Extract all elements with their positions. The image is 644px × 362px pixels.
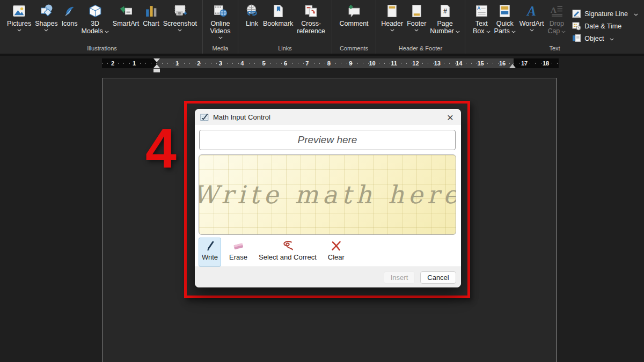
right-indent-marker[interactable] bbox=[509, 64, 516, 68]
ribbon-button-label: SmartArt bbox=[113, 20, 139, 27]
chevron-down-icon bbox=[44, 28, 48, 32]
ribbon-group-illustrations: PicturesShapesIcons3DModelsSmartArtChart… bbox=[2, 0, 203, 54]
ribbon-group-label: Comments bbox=[332, 45, 376, 54]
ribbon-button-smartart[interactable]: SmartArt bbox=[111, 4, 141, 27]
chevron-down-icon bbox=[456, 27, 460, 35]
ribbon-button-label: Header bbox=[381, 20, 403, 27]
3d-models-icon bbox=[88, 4, 103, 18]
ribbon-button-online-videos[interactable]: OnlineVideos bbox=[209, 4, 232, 40]
tool-button-clear[interactable]: Clear bbox=[325, 238, 348, 267]
tool-button-select-and-correct[interactable]: Select and Correct bbox=[255, 238, 320, 267]
ribbon-button-3d-models[interactable]: 3DModels bbox=[80, 4, 111, 35]
ribbon-button-date-time[interactable]: Date & Time bbox=[572, 21, 638, 31]
ribbon-group-label: Illustrations bbox=[2, 45, 202, 54]
ribbon-button-label: Object bbox=[584, 35, 604, 42]
ruler-number: 18 bbox=[543, 60, 549, 67]
ribbon-button-label: Date & Time bbox=[584, 23, 621, 30]
insert-button[interactable]: Insert bbox=[384, 271, 415, 284]
ribbon-button-label: Parts bbox=[494, 27, 516, 35]
quick-parts-icon bbox=[497, 4, 512, 18]
close-icon[interactable]: × bbox=[443, 110, 457, 123]
page-number-icon: # bbox=[438, 4, 452, 18]
ribbon-button-label: Drop bbox=[550, 20, 564, 27]
chart-icon bbox=[144, 4, 158, 18]
ribbon-group-header-footer: HeaderFooter#PageNumberHeader & Footer bbox=[376, 0, 465, 54]
ruler-number: 12 bbox=[412, 60, 419, 67]
tool-button-erase[interactable]: Erase bbox=[226, 238, 251, 267]
math-writing-area[interactable]: Write math here bbox=[199, 154, 456, 235]
ribbon-button-object[interactable]: Object bbox=[572, 34, 638, 43]
ruler-number: 3 bbox=[219, 60, 222, 67]
ribbon-button-label: Chart bbox=[143, 20, 159, 27]
ribbon-button-label: Videos bbox=[210, 27, 231, 35]
ribbon-button-cross-reference[interactable]: Cross-reference bbox=[295, 4, 327, 35]
ribbon-stack: Signature LineDate & TimeObject bbox=[572, 4, 638, 43]
tool-button-label: Erase bbox=[229, 253, 247, 261]
shapes-icon bbox=[39, 4, 54, 18]
ruler-number: 2 bbox=[111, 60, 114, 67]
online-videos-icon bbox=[213, 4, 228, 18]
ribbon-button-label: Signature Line bbox=[584, 10, 628, 18]
ribbon-group-label: Media bbox=[203, 45, 238, 54]
ruler-active-area: 12345678910111213141516 bbox=[157, 58, 514, 68]
cancel-button[interactable]: Cancel bbox=[420, 271, 456, 284]
chevron-down-icon bbox=[486, 27, 491, 35]
comment-icon bbox=[347, 4, 361, 18]
ribbon-button-header[interactable]: Header bbox=[379, 4, 405, 32]
ruler-number: 10 bbox=[369, 60, 375, 67]
ribbon-button-footer[interactable]: Footer bbox=[405, 4, 428, 32]
ribbon-group-comments: CommentComments bbox=[332, 0, 376, 54]
ribbon-button-label: Cap bbox=[547, 27, 566, 35]
header-icon bbox=[385, 4, 399, 18]
left-indent-marker[interactable] bbox=[153, 69, 160, 72]
math-input-icon bbox=[200, 113, 209, 121]
hanging-indent-marker[interactable] bbox=[153, 64, 160, 68]
ruler-right-margin: 1718 bbox=[514, 58, 559, 68]
icons-icon bbox=[62, 4, 77, 18]
ribbon-group-text: ATextBoxQuickPartsAWordArtADropCapSignat… bbox=[465, 0, 644, 54]
clear-x-icon bbox=[330, 240, 342, 252]
chevron-down-icon bbox=[561, 27, 566, 35]
ribbon-button-label: Models bbox=[82, 27, 109, 35]
ribbon-button-label: Number bbox=[430, 27, 459, 35]
ribbon-button-link[interactable]: Link bbox=[243, 4, 261, 27]
ribbon-button-comment[interactable]: Comment bbox=[338, 4, 370, 27]
first-line-indent-marker[interactable] bbox=[153, 58, 160, 62]
ribbon-button-screenshot[interactable]: Screenshot bbox=[162, 4, 199, 32]
svg-text:A: A bbox=[551, 5, 557, 14]
tool-button-write[interactable]: Write bbox=[199, 238, 221, 267]
lasso-icon bbox=[281, 240, 294, 252]
ribbon-button-label: Online bbox=[210, 20, 230, 27]
wordart-icon: A bbox=[524, 4, 539, 18]
ribbon-group-links: LinkBookmarkCross-referenceLinks bbox=[238, 0, 332, 54]
ribbon-button-shapes[interactable]: Shapes bbox=[33, 4, 59, 32]
ribbon-button-wordart[interactable]: AWordArt bbox=[518, 4, 546, 32]
pen-icon bbox=[204, 240, 216, 252]
math-input-control-dialog: Math Input Control × Preview here Write … bbox=[195, 109, 461, 287]
ribbon-button-pictures[interactable]: Pictures bbox=[5, 4, 33, 32]
bookmark-icon bbox=[271, 4, 286, 18]
ruler-number: 14 bbox=[456, 60, 462, 67]
ribbon-button-label: Footer bbox=[407, 20, 426, 27]
ribbon-button-signature-line[interactable]: Signature Line bbox=[572, 9, 638, 18]
ribbon-group-media: OnlineVideosMedia bbox=[203, 0, 238, 54]
ribbon-button-text-box[interactable]: ATextBox bbox=[471, 4, 492, 35]
link-icon bbox=[245, 4, 259, 18]
dialog-titlebar[interactable]: Math Input Control × bbox=[195, 109, 461, 125]
ribbon-group-label: Header & Footer bbox=[376, 45, 465, 54]
ribbon-button-label: Comment bbox=[339, 20, 368, 27]
horizontal-ruler[interactable]: 21123456789101112131415161718 bbox=[102, 58, 561, 68]
ribbon-button-icons[interactable]: Icons bbox=[60, 4, 79, 27]
ribbon-button-label: 3D bbox=[91, 20, 99, 27]
pictures-icon bbox=[12, 4, 26, 18]
ribbon-button-bookmark[interactable]: Bookmark bbox=[261, 4, 295, 27]
ribbon-button-chart[interactable]: Chart bbox=[141, 4, 161, 27]
ribbon-button-page-number[interactable]: #PageNumber bbox=[428, 4, 461, 35]
ribbon-button-label: Shapes bbox=[35, 20, 57, 27]
dialog-footer: Insert Cancel bbox=[195, 267, 461, 287]
chevron-down-icon bbox=[218, 36, 223, 40]
date-time-icon bbox=[572, 21, 581, 31]
ribbon-group-label: Links bbox=[238, 45, 332, 54]
ribbon-button-drop-cap[interactable]: ADropCap bbox=[546, 4, 567, 35]
ribbon-button-quick-parts[interactable]: QuickParts bbox=[493, 4, 517, 35]
